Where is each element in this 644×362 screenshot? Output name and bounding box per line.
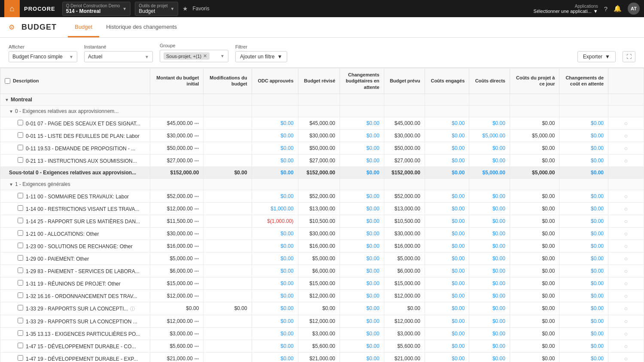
actions-cell <box>608 94 644 105</box>
couts-projet-cell: $0.00 <box>510 215 559 227</box>
help-icon[interactable]: ? <box>604 5 608 12</box>
row-description: 0-11 19.53 - DEMANDE DE PROPOSITION - ..… <box>0 142 150 154</box>
row-action-circle[interactable]: ○ <box>624 305 628 312</box>
row-checkbox[interactable] <box>18 145 23 150</box>
row-checkbox[interactable] <box>18 132 23 138</box>
couts-directs-cell: $5,000.00 <box>469 167 510 178</box>
odc-cell: $0.00 <box>252 240 298 252</box>
couts-directs-cell: $0.00 <box>469 117 510 129</box>
tab-budget[interactable]: Budget <box>68 18 99 37</box>
settings-gear-icon[interactable]: ⚙ <box>9 23 15 31</box>
fullscreen-icon: ⛶ <box>626 54 632 60</box>
row-action-circle[interactable]: ○ <box>624 255 628 262</box>
row-checkbox[interactable] <box>18 218 23 223</box>
row-action-circle[interactable]: ○ <box>624 330 628 337</box>
instantane-select[interactable]: Actuel ▼ <box>84 51 153 62</box>
row-checkbox[interactable] <box>18 243 23 248</box>
changements-attente-cell: $0.00 <box>340 240 384 252</box>
row-menu-dots[interactable]: ••• <box>194 356 199 361</box>
export-button[interactable]: Exporter ▼ <box>577 51 616 62</box>
changements-cout-cell <box>559 94 608 105</box>
row-action-circle[interactable]: ○ <box>624 268 628 274</box>
row-menu-dots[interactable]: ••• <box>194 269 199 274</box>
row-action-circle[interactable]: ○ <box>624 280 628 287</box>
procore-logo[interactable]: ⌂ <box>4 0 20 17</box>
row-action-circle[interactable]: ○ <box>624 355 628 362</box>
row-description: 1-47 19 - DÉVELOPPEMENT DURABLE - EXP... <box>0 352 150 362</box>
row-action-circle[interactable]: ○ <box>624 218 628 225</box>
row-checkbox[interactable] <box>18 230 23 236</box>
row-menu-dots[interactable]: ••• <box>194 332 199 336</box>
row-action-circle[interactable]: ○ <box>624 243 628 249</box>
project-selector[interactable]: Q Deriot Construction Demo 514 - Montrea… <box>62 2 131 16</box>
row-menu-dots[interactable]: ••• <box>194 281 199 286</box>
table-row: 1-47 19 - DÉVELOPPEMENT DURABLE - EXP...… <box>0 352 644 362</box>
row-action-circle[interactable]: ○ <box>624 318 628 325</box>
row-action-circle[interactable]: ○ <box>624 132 628 139</box>
row-checkbox[interactable] <box>18 205 23 211</box>
row-checkbox[interactable] <box>18 343 23 348</box>
row-action-circle[interactable]: ○ <box>624 343 628 350</box>
row-action-circle[interactable]: ○ <box>624 157 628 164</box>
info-icon[interactable]: ⓘ <box>130 306 135 311</box>
row-action-circle[interactable]: ○ <box>624 193 628 200</box>
select-all-checkbox[interactable] <box>5 78 10 84</box>
row-action-circle[interactable]: ○ <box>624 120 628 127</box>
favorites-star-icon[interactable]: ★ <box>182 5 188 12</box>
row-checkbox[interactable] <box>18 268 23 273</box>
favorites-label[interactable]: Favoris <box>192 6 209 12</box>
row-checkbox[interactable] <box>18 318 23 323</box>
row-checkbox[interactable] <box>18 305 23 310</box>
row-checkbox[interactable] <box>18 330 23 336</box>
modifications-cell: $0.00 <box>204 302 252 315</box>
row-action-circle[interactable]: ○ <box>624 230 628 237</box>
budget-initial-cell: $6,000.00••• <box>150 265 204 277</box>
afficher-select[interactable]: Budget Franco simple ▼ <box>9 51 77 62</box>
budget-revise-cell: $15,000.00 <box>298 277 340 289</box>
row-menu-dots[interactable]: ••• <box>194 146 199 151</box>
budget-revise-cell: $52,000.00 <box>298 190 340 202</box>
row-checkbox[interactable] <box>18 255 23 261</box>
row-menu-dots[interactable]: ••• <box>194 158 199 163</box>
couts-engages-header: Coûts engagés <box>425 68 469 94</box>
row-action-circle[interactable]: ○ <box>624 205 628 212</box>
row-checkbox[interactable] <box>18 280 23 286</box>
couts-directs-cell: $0.00 <box>469 277 510 289</box>
tab-historique[interactable]: Historique des changements <box>99 18 184 37</box>
row-action-circle[interactable]: ○ <box>624 145 628 152</box>
row-checkbox[interactable] <box>18 292 23 298</box>
row-checkbox[interactable] <box>18 355 23 361</box>
odc-cell: $0.00 <box>252 227 298 240</box>
row-menu-dots[interactable]: ••• <box>194 207 199 211</box>
groupe-tag-close[interactable]: ✕ <box>203 53 207 59</box>
fullscreen-button[interactable]: ⛶ <box>623 51 635 62</box>
row-checkbox[interactable] <box>18 157 23 163</box>
row-menu-dots[interactable]: ••• <box>194 319 199 324</box>
apps-selector[interactable]: Applications Sélectionner une applicati.… <box>534 4 598 14</box>
user-avatar[interactable]: AT <box>628 3 640 15</box>
project-id: 514 - Montreal <box>66 8 120 14</box>
groupe-select[interactable]: Sous-projet, +(1) ✕ ▼ <box>160 50 228 62</box>
budget-prevu-cell: $12,000.00 <box>384 289 425 302</box>
row-menu-dots[interactable]: ••• <box>194 256 199 261</box>
tool-selector[interactable]: Outils de projet Budget ▼ <box>135 2 178 16</box>
row-menu-dots[interactable]: ••• <box>194 194 199 199</box>
row-menu-dots[interactable]: ••• <box>194 244 199 249</box>
notification-icon[interactable]: 🔔 <box>614 5 622 12</box>
row-menu-dots[interactable]: ••• <box>194 121 199 126</box>
row-menu-dots[interactable]: ••• <box>194 344 199 349</box>
row-menu-dots[interactable]: ••• <box>194 134 199 138</box>
expand-icon[interactable]: ▼ <box>5 97 9 102</box>
row-menu-dots[interactable]: ••• <box>194 294 199 298</box>
row-checkbox[interactable] <box>18 193 23 198</box>
groupe-chevron: ▼ <box>220 54 225 58</box>
actions-cell: ○ <box>608 327 644 340</box>
expand-icon[interactable]: ▼ <box>9 182 13 187</box>
filtrer-button[interactable]: Ajouter un filtre ▼ <box>235 51 287 62</box>
row-checkbox[interactable] <box>18 120 23 125</box>
expand-icon[interactable]: ▼ <box>9 109 13 114</box>
row-action-circle[interactable]: ○ <box>624 292 628 299</box>
row-menu-dots[interactable]: ••• <box>194 231 199 236</box>
row-menu-dots[interactable]: ••• <box>194 219 199 224</box>
couts-projet-cell: $0.00 <box>510 240 559 252</box>
